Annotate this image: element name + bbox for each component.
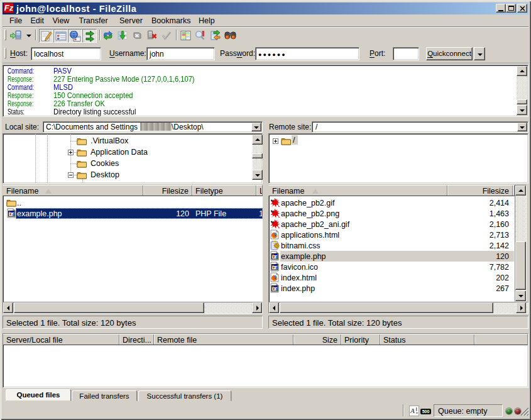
svg-text:A: A — [410, 407, 415, 414]
